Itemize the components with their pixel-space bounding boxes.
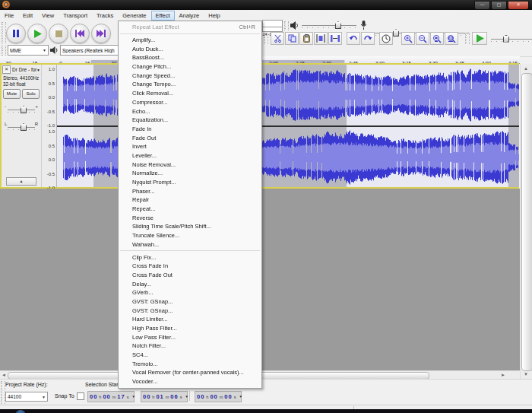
fit-project-button[interactable]: [445, 32, 458, 45]
effect-menu-item[interactable]: Click Removal...: [119, 89, 261, 98]
play-at-speed-button[interactable]: [472, 32, 487, 45]
effect-menu-item[interactable]: Phaser...: [119, 186, 261, 195]
close-button[interactable]: ✕: [508, 1, 529, 10]
scroll-left-icon[interactable]: ◄: [2, 371, 6, 379]
maximize-button[interactable]: ▢: [491, 1, 507, 10]
output-volume-slider[interactable]: [302, 21, 356, 29]
field-spinner-icon[interactable]: ▼: [185, 395, 188, 399]
effect-menu-item[interactable]: Cross Fade Out: [119, 271, 261, 280]
pause-button[interactable]: [6, 24, 26, 43]
play-button[interactable]: [27, 24, 47, 43]
track-title[interactable]: Dr Dre - for: [12, 67, 36, 72]
scroll-down-icon[interactable]: ▼: [524, 370, 528, 378]
effect-menu-item[interactable]: Amplify...: [119, 36, 261, 45]
gain-slider[interactable]: - +: [4, 103, 39, 114]
zoom-out-button[interactable]: [416, 32, 429, 45]
effect-menu-item[interactable]: GVST: GSnap...: [119, 297, 261, 307]
menubar-item-analyze[interactable]: Analyze: [175, 11, 204, 21]
menubar-item-view[interactable]: View: [37, 11, 59, 21]
effect-menu-item[interactable]: Repair: [119, 195, 261, 205]
sync-lock-button[interactable]: [379, 32, 393, 45]
effect-menu-item[interactable]: Wahwah...: [119, 240, 261, 249]
menubar-item-help[interactable]: Help: [204, 11, 224, 21]
effect-menu-item[interactable]: Fade In: [119, 125, 261, 134]
playback-speed-slider[interactable]: [491, 35, 532, 43]
vertical-scrollbar-thumb[interactable]: [521, 73, 532, 371]
playback-speed-thumb[interactable]: [503, 35, 509, 43]
effect-menu-item[interactable]: Echo...: [119, 106, 261, 116]
effect-menu-item[interactable]: Repeat...: [119, 205, 261, 214]
vertical-scrollbar[interactable]: ▲ ▼: [520, 64, 532, 379]
cut-button[interactable]: [271, 32, 284, 45]
stop-button[interactable]: [49, 24, 68, 43]
scroll-up-icon[interactable]: ▲: [524, 65, 528, 72]
copy-button[interactable]: [285, 32, 299, 45]
snap-to-checkbox[interactable]: [77, 392, 84, 400]
skip-to-end-button[interactable]: [91, 24, 111, 43]
effect-menu-item[interactable]: Change Speed...: [119, 71, 261, 80]
effect-menu-item[interactable]: Tremolo...: [119, 359, 261, 368]
field-spinner-icon[interactable]: ▼: [131, 395, 135, 399]
edit-toolbar-grip[interactable]: [264, 33, 268, 44]
effect-menu-item[interactable]: Nyquist Prompt...: [119, 178, 261, 187]
effect-menu-item[interactable]: Vocal Remover (for center-panned vocals)…: [119, 368, 261, 377]
effect-menu-item[interactable]: Clip Fix...: [119, 253, 261, 262]
mute-button[interactable]: Mute: [3, 89, 21, 99]
effect-menu-item[interactable]: Auto Duck...: [119, 44, 261, 53]
effect-menu-item[interactable]: Compressor...: [119, 98, 261, 107]
input-meter[interactable]: [262, 27, 283, 32]
selection-end-field[interactable]: 00h01m06s▼: [141, 391, 188, 402]
solo-button[interactable]: Solo: [22, 89, 40, 99]
vertical-scale-ruler[interactable]: 1.00.50.0-0.5-1.01.00.50.0-0.5-1.0: [42, 65, 57, 187]
trim-audio-button[interactable]: [314, 32, 328, 45]
track-menu-dropdown-icon[interactable]: ▼: [36, 68, 40, 72]
output-volume-thumb[interactable]: [335, 21, 341, 29]
menubar-item-tracks[interactable]: Tracks: [92, 11, 118, 21]
effect-menu-item[interactable]: Noise Removal...: [119, 160, 261, 169]
track-collapse-button[interactable]: ▲: [6, 177, 36, 186]
silence-audio-button[interactable]: [328, 32, 342, 45]
gain-slider-thumb[interactable]: [21, 106, 27, 113]
effect-menu-item[interactable]: Reverse: [119, 213, 261, 222]
effect-menu-item[interactable]: Low Pass Filter...: [119, 332, 261, 342]
audio-host-select[interactable]: MME▼: [8, 45, 49, 56]
mixer-toolbar-grip[interactable]: [284, 21, 289, 30]
project-rate-select[interactable]: 44100▼: [5, 392, 48, 402]
effect-menu-item[interactable]: Normalize...: [119, 169, 261, 178]
track-close-button[interactable]: ✕: [2, 65, 11, 74]
effect-menu-item[interactable]: Cross Fade In: [119, 262, 261, 271]
output-device-select[interactable]: Speakers (Realtek High▼: [60, 45, 125, 56]
effect-menu-item[interactable]: Change Tempo...: [119, 80, 261, 89]
effect-menu-item[interactable]: BassBoost...: [119, 53, 261, 62]
pan-slider[interactable]: L R: [4, 121, 39, 132]
effect-menu-item[interactable]: Delay...: [119, 279, 261, 288]
effect-menu-item[interactable]: SC4...: [119, 351, 261, 360]
device-toolbar-grip[interactable]: [2, 46, 6, 56]
effect-menu-item[interactable]: Repeat Last EffectCtrl+R: [119, 23, 261, 32]
menubar-item-file[interactable]: File: [0, 11, 18, 21]
selection-start-field[interactable]: 00h00m17s▼: [87, 391, 135, 402]
menubar-item-edit[interactable]: Edit: [18, 11, 37, 21]
fit-selection-button[interactable]: [430, 32, 444, 45]
effect-menu-item[interactable]: GVerb...: [119, 288, 261, 297]
menubar-item-generate[interactable]: Generate: [118, 11, 150, 21]
pan-slider-thumb[interactable]: [21, 123, 27, 131]
effect-menu-item[interactable]: Hard Limiter...: [119, 315, 261, 324]
effect-menu-item[interactable]: Fade Out: [119, 133, 261, 142]
effect-menu-item[interactable]: Leveller...: [119, 151, 261, 160]
menubar-item-transport[interactable]: Transport: [59, 11, 92, 21]
effect-menu-item[interactable]: Vocoder...: [119, 377, 261, 386]
redo-button[interactable]: [361, 32, 375, 45]
skip-to-start-button[interactable]: [70, 24, 90, 43]
effect-menu-item[interactable]: Truncate Silence...: [119, 231, 261, 240]
minimize-button[interactable]: —: [474, 1, 490, 10]
start-orb-icon[interactable]: [15, 410, 26, 413]
effect-menu-item[interactable]: Equalization...: [119, 116, 261, 125]
effect-menu-item[interactable]: Sliding Time Scale/Pitch Shift...: [119, 222, 261, 231]
effect-menu-item[interactable]: Notch Filter...: [119, 342, 261, 351]
undo-button[interactable]: [347, 32, 360, 45]
zoom-in-button[interactable]: [401, 32, 415, 45]
paste-button[interactable]: [299, 32, 313, 45]
effect-menu-item[interactable]: High Pass Filter...: [119, 324, 261, 333]
scroll-right-icon[interactable]: ►: [501, 371, 505, 379]
